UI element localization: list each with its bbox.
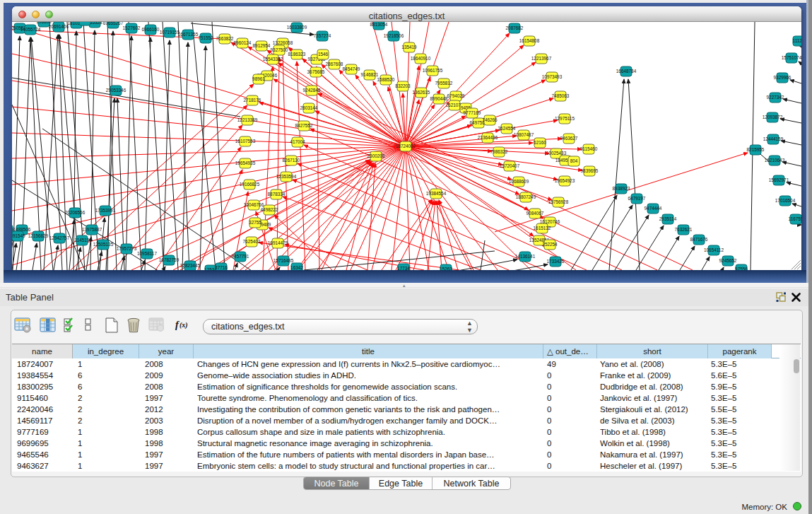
svg-text:19756928: 19756928 [548,199,569,204]
svg-text:832203: 832203 [395,83,411,88]
svg-text:114519: 114519 [75,238,90,243]
svg-text:6479197: 6479197 [628,196,646,201]
svg-text:2300205: 2300205 [367,153,385,158]
svg-text:6966160: 6966160 [142,27,160,32]
svg-text:9245652: 9245652 [719,258,737,263]
svg-text:7485063: 7485063 [552,93,570,98]
svg-text:16914479: 16914479 [268,240,288,245]
svg-text:19654923: 19654923 [555,178,575,183]
svg-text:9839695: 9839695 [581,168,599,173]
svg-text:19654935: 19654935 [235,160,256,165]
svg-text:18807249: 18807249 [516,194,536,199]
svg-text:14136141: 14136141 [515,254,536,259]
svg-text:16543382: 16543382 [263,57,283,62]
svg-text:98961: 98961 [252,76,265,81]
svg-text:252254: 252254 [542,242,558,247]
svg-text:(x): (x) [180,321,188,329]
svg-text:116755: 116755 [789,216,801,221]
svg-text:9777169: 9777169 [464,110,481,115]
svg-text:1588520: 1588520 [377,77,395,82]
svg-text:9115460: 9115460 [580,146,598,151]
svg-text:746266: 746266 [482,117,498,122]
svg-text:10807487: 10807487 [514,132,534,137]
svg-text:11123: 11123 [793,38,801,43]
svg-text:2718176: 2718176 [244,98,261,103]
svg-text:7357274: 7357274 [314,33,331,38]
svg-text:19166825: 19166825 [240,182,260,187]
svg-text:8471676: 8471676 [690,237,708,242]
svg-text:16648784: 16648784 [616,69,637,74]
svg-text:3624554: 3624554 [498,126,516,131]
svg-text:9084067: 9084067 [526,211,544,216]
svg-text:9457791: 9457791 [232,254,249,259]
svg-text:3675685: 3675685 [307,69,325,74]
svg-text:8267130: 8267130 [283,158,300,163]
svg-text:16342: 16342 [290,265,303,270]
svg-text:29053346: 29053346 [106,88,126,93]
svg-text:391549: 391549 [12,233,25,238]
svg-text:9327500: 9327500 [271,47,288,52]
svg-text:15692971: 15692971 [769,177,789,182]
svg-text:10655267: 10655267 [103,22,124,25]
svg-text:16033809: 16033809 [287,25,307,30]
svg-text:196806: 196806 [36,22,52,24]
svg-text:9463627: 9463627 [560,136,578,141]
svg-text:10719155: 10719155 [160,30,180,35]
svg-text:8813054: 8813054 [370,22,388,27]
svg-text:13226058: 13226058 [273,40,293,45]
svg-text:1362615: 1362615 [413,90,430,95]
svg-text:15720407: 15720407 [500,163,520,168]
svg-text:2087682: 2087682 [506,25,524,30]
svg-text:12444159: 12444159 [763,136,784,141]
svg-text:8938923: 8938923 [613,186,630,191]
svg-text:18724007: 18724007 [396,144,416,148]
svg-text:19384554: 19384554 [426,191,447,196]
svg-text:10973493: 10973493 [542,74,563,79]
svg-text:12213967: 12213967 [531,56,552,61]
svg-text:12353594: 12353594 [276,174,297,179]
svg-text:20206556: 20206556 [65,210,86,215]
svg-text:4498222: 4498222 [261,207,278,212]
svg-text:12213389: 12213389 [237,117,258,122]
svg-text:16210643: 16210643 [765,158,785,163]
svg-text:1546: 1546 [318,52,329,57]
svg-text:10961755: 10961755 [423,68,443,73]
svg-text:13975887: 13975887 [82,227,102,232]
svg-text:8912954: 8912954 [253,43,271,48]
svg-text:14055724: 14055724 [20,27,41,32]
svg-text:135419: 135419 [401,45,417,49]
svg-text:21364436: 21364436 [478,135,498,140]
svg-text:8186323: 8186323 [288,52,306,57]
svg-text:16671355: 16671355 [178,32,199,37]
svg-text:7955812: 7955812 [435,81,453,86]
svg-text:15716485: 15716485 [273,258,294,263]
svg-text:8215955: 8215955 [747,147,765,152]
svg-text:1527602: 1527602 [123,25,141,30]
svg-text:19218506: 19218506 [384,33,404,38]
svg-text:77103: 77103 [78,22,91,23]
svg-text:8960124: 8960124 [234,40,252,45]
svg-text:1615132: 1615132 [534,226,551,230]
svg-text:7632621: 7632621 [675,227,693,232]
svg-text:417004: 417004 [290,139,305,144]
svg-text:2867608: 2867608 [326,62,343,66]
svg-text:87716: 87716 [215,265,228,270]
svg-text:751552: 751552 [198,35,213,40]
svg-text:18640910: 18640910 [411,56,431,61]
svg-text:17353991: 17353991 [95,208,116,213]
svg-text:2935114: 2935114 [659,216,677,221]
svg-text:7625402: 7625402 [243,239,261,244]
svg-text:12942757: 12942757 [49,235,70,240]
svg-text:9329966: 9329966 [774,75,792,80]
svg-text:17016504: 17016504 [775,198,796,203]
svg-text:17957273: 17957273 [117,246,137,251]
svg-text:16782759: 16782759 [159,257,180,262]
svg-text:62160: 62160 [534,140,546,145]
svg-text:804: 804 [570,158,578,163]
svg-text:7663822: 7663822 [216,36,234,41]
svg-text:1733426: 1733426 [547,259,565,264]
svg-text:32755: 32755 [249,220,261,225]
svg-text:10958117: 10958117 [137,251,157,256]
svg-text:10688609: 10688609 [509,179,529,184]
svg-text:12975115: 12975115 [555,116,575,121]
